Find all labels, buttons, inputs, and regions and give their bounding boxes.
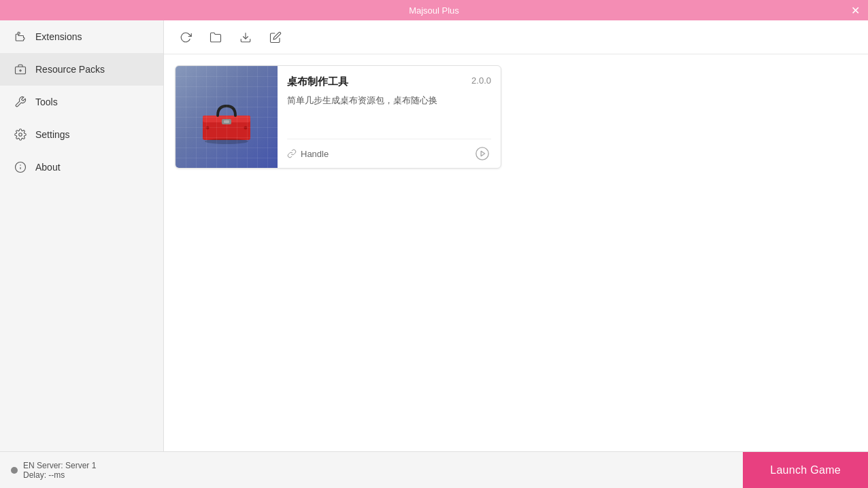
toolbox-image (196, 90, 257, 144)
launch-game-button[interactable]: Launch Game (743, 452, 868, 488)
open-folder-button[interactable] (205, 27, 227, 48)
play-circle-icon (475, 146, 490, 161)
card-footer: Handle (287, 139, 491, 168)
svg-rect-11 (224, 120, 229, 123)
svg-point-15 (476, 147, 488, 160)
svg-rect-9 (203, 116, 250, 122)
card-thumbnail (176, 66, 278, 168)
svg-rect-10 (222, 119, 231, 124)
card-title: 桌布制作工具 (287, 75, 348, 88)
sidebar-label-extensions: Extensions (35, 31, 82, 42)
sidebar-item-tools[interactable]: Tools (0, 86, 163, 118)
svg-marker-16 (481, 151, 485, 156)
server-name: EN Server: Server 1 (23, 461, 96, 470)
sidebar-item-extensions[interactable]: Extensions (0, 20, 163, 53)
sidebar-label-about: About (35, 162, 61, 173)
main-layout: Extensions Resource Packs Tools (0, 20, 868, 451)
package-icon (14, 63, 27, 76)
svg-point-13 (244, 126, 248, 130)
cards-area: 桌布制作工具 2.0.0 简单几步生成桌布资源包，桌布随心换 Handle (164, 54, 868, 451)
pack-card: 桌布制作工具 2.0.0 简单几步生成桌布资源包，桌布随心换 Handle (175, 65, 501, 169)
status-indicator (11, 467, 18, 474)
link-icon (287, 149, 297, 158)
sidebar: Extensions Resource Packs Tools (0, 20, 164, 451)
handle-label: Handle (301, 149, 329, 159)
bottom-bar: EN Server: Server 1 Delay: --ms Launch G… (0, 451, 868, 488)
close-button[interactable]: ✕ (848, 3, 863, 18)
card-version: 2.0.0 (471, 75, 491, 86)
play-button[interactable] (473, 145, 491, 162)
sidebar-item-settings[interactable]: Settings (0, 118, 163, 151)
server-info: EN Server: Server 1 Delay: --ms (23, 461, 96, 480)
status-area: EN Server: Server 1 Delay: --ms (0, 452, 743, 488)
tool-icon (14, 95, 27, 109)
svg-point-12 (206, 126, 210, 130)
sidebar-label-tools: Tools (35, 97, 58, 107)
puzzle-icon (14, 30, 27, 43)
card-description: 简单几步生成桌布资源包，桌布随心换 (287, 94, 491, 133)
server-delay: Delay: --ms (23, 470, 96, 480)
info-icon (14, 160, 27, 174)
svg-rect-8 (203, 116, 250, 140)
refresh-button[interactable] (175, 27, 197, 48)
svg-point-14 (205, 139, 248, 144)
handle-button[interactable]: Handle (287, 149, 329, 159)
edit-button[interactable] (265, 27, 286, 48)
card-header: 桌布制作工具 2.0.0 (287, 75, 491, 88)
toolbar (164, 20, 868, 54)
content-area: 桌布制作工具 2.0.0 简单几步生成桌布资源包，桌布随心换 Handle (164, 20, 868, 451)
card-info: 桌布制作工具 2.0.0 简单几步生成桌布资源包，桌布随心换 Handle (278, 66, 501, 168)
svg-point-3 (19, 133, 22, 137)
titlebar: Majsoul Plus ✕ (0, 0, 868, 20)
sidebar-item-resource-packs[interactable]: Resource Packs (0, 53, 163, 86)
sidebar-label-resource-packs: Resource Packs (35, 64, 105, 75)
download-button[interactable] (235, 27, 256, 48)
settings-icon (14, 128, 27, 141)
sidebar-label-settings: Settings (35, 129, 70, 140)
sidebar-item-about[interactable]: About (0, 151, 163, 184)
titlebar-title: Majsoul Plus (409, 5, 459, 16)
